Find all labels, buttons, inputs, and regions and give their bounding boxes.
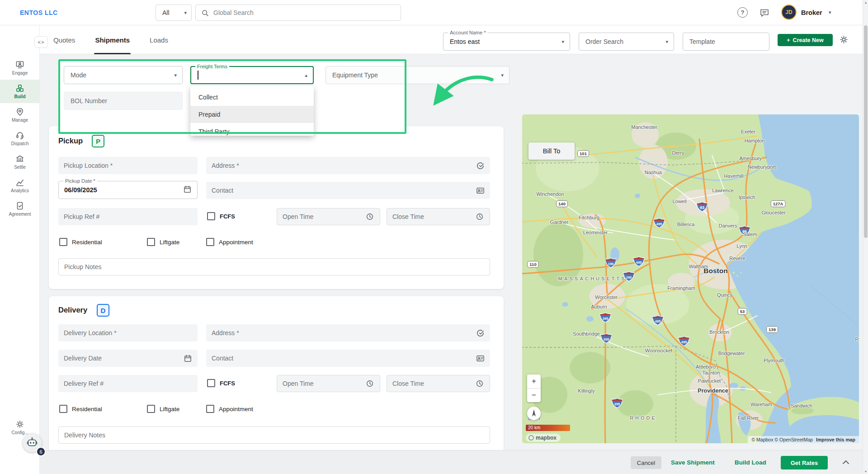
- map-label: Bridgewater: [718, 351, 745, 356]
- zoom-in-button[interactable]: +: [527, 374, 541, 388]
- delivery-close-time-select[interactable]: Close Time: [387, 375, 490, 392]
- tab-loads[interactable]: Loads: [150, 25, 168, 54]
- map-label: Boston: [703, 267, 727, 275]
- sidebar-item-build[interactable]: Build: [0, 80, 40, 103]
- tab-quotes[interactable]: Quotes: [53, 25, 75, 54]
- pickup-residential-label: Residential: [72, 239, 102, 246]
- settings-gear-icon[interactable]: [839, 35, 849, 44]
- order-search-select[interactable]: Order Search ▾: [579, 33, 674, 51]
- bol-number-input[interactable]: BOL Number: [64, 92, 183, 110]
- global-search-input[interactable]: Global Search: [195, 5, 401, 21]
- interstate-shield-icon: 495: [678, 336, 690, 348]
- pickup-ref-input[interactable]: Pickup Ref #: [58, 208, 198, 225]
- create-new-button[interactable]: + Create New: [778, 34, 833, 46]
- route-shield-icon: 53: [738, 307, 747, 315]
- collapse-panel-button[interactable]: <>: [34, 36, 48, 48]
- chevron-up-icon[interactable]: [841, 457, 851, 467]
- equipment-type-select[interactable]: Equipment Type ▾: [326, 66, 509, 84]
- sidebar-item-analytics[interactable]: Analytics: [0, 174, 40, 197]
- scroll-up-icon[interactable]: ▲: [864, 1, 868, 4]
- chat-icon[interactable]: [760, 8, 769, 18]
- app-logo[interactable]: ENTOS LLC: [20, 9, 58, 16]
- role-label[interactable]: Broker: [801, 9, 822, 16]
- sidebar: EngageBuildManageDispatchSettleAnalytics…: [0, 25, 40, 474]
- delivery-date-field[interactable]: Delivery Date: [58, 350, 198, 367]
- delivery-liftgate-checkbox[interactable]: [147, 405, 155, 413]
- pickup-liftgate-checkbox[interactable]: [147, 238, 155, 246]
- pickup-residential-checkbox[interactable]: [59, 238, 67, 246]
- notification-badge: 6: [36, 447, 46, 456]
- sidebar-item-config[interactable]: Config...: [0, 420, 40, 435]
- search-scope-select[interactable]: All ▾: [156, 5, 192, 21]
- delivery-location-input[interactable]: Delivery Location *: [58, 324, 198, 341]
- account-name-select[interactable]: Account Name * Entos east ▾: [443, 33, 570, 51]
- fcfs-checkbox[interactable]: [207, 212, 215, 220]
- pickup-appointment-checkbox[interactable]: [206, 238, 214, 246]
- clock-icon[interactable]: [366, 213, 374, 221]
- sidebar-item-manage[interactable]: Manage: [0, 103, 40, 127]
- delivery-address-input[interactable]: Address *: [206, 324, 490, 341]
- sidebar-item-settle[interactable]: Settle: [0, 150, 40, 174]
- delivery-ref-input[interactable]: Delivery Ref #: [58, 375, 198, 392]
- mapbox-logo[interactable]: mapbox: [526, 434, 561, 442]
- scrollbar-thumb[interactable]: [864, 25, 868, 238]
- bill-to-button[interactable]: Bill To: [528, 142, 575, 160]
- pickup-open-time-select[interactable]: Open Time: [277, 208, 380, 225]
- pickup-date-field[interactable]: Pickup Date * 06/09/2025: [58, 181, 198, 199]
- delivery-notes-input[interactable]: Delivery Notes: [58, 427, 490, 444]
- pickup-date-label: Pickup Date *: [63, 178, 97, 184]
- plus-icon: +: [787, 37, 790, 43]
- contact-card-icon[interactable]: [476, 186, 485, 195]
- pickup-contact-input[interactable]: Contact: [206, 182, 490, 199]
- page-scrollbar[interactable]: ▲ ▼: [863, 0, 868, 474]
- map-label: Lynn: [736, 243, 747, 249]
- map-label: Leominster: [583, 230, 608, 235]
- get-rates-button[interactable]: Get Rates: [781, 456, 828, 469]
- address-verify-icon[interactable]: [476, 161, 485, 170]
- clock-icon[interactable]: [476, 379, 484, 388]
- sidebar-item-dispatch[interactable]: Dispatch: [0, 127, 40, 150]
- fcfs-checkbox[interactable]: [207, 379, 215, 387]
- mode-select[interactable]: Mode ▾: [64, 66, 183, 84]
- calendar-icon[interactable]: [183, 185, 192, 195]
- cancel-button[interactable]: Cancel: [631, 456, 661, 469]
- avatar[interactable]: JD: [781, 5, 797, 20]
- pickup-address-input[interactable]: Address *: [206, 157, 490, 174]
- route-shield-icon: 140: [556, 199, 568, 207]
- contact-card-icon[interactable]: [476, 354, 485, 363]
- delivery-open-time-select[interactable]: Open Time: [277, 375, 380, 392]
- clock-icon[interactable]: [366, 379, 374, 388]
- scroll-down-icon[interactable]: ▼: [864, 470, 868, 473]
- chevron-down-icon: ▾: [665, 39, 668, 44]
- freight-option-prepaid[interactable]: Prepaid: [190, 106, 314, 123]
- compass-button[interactable]: [527, 407, 541, 420]
- map-label: Haverhill: [724, 173, 744, 179]
- improve-map-link[interactable]: Improve this map: [816, 437, 855, 442]
- save-shipment-button[interactable]: Save Shipment: [671, 459, 715, 466]
- delivery-residential-checkbox[interactable]: [59, 405, 67, 413]
- freight-option-third-party[interactable]: Third Party: [190, 123, 314, 136]
- delivery-notes-placeholder: Delivery Notes: [64, 431, 105, 439]
- freight-terms-select[interactable]: Freight Terms ▴: [190, 66, 314, 84]
- freight-option-collect[interactable]: Collect: [190, 89, 314, 106]
- tab-shipments[interactable]: Shipments: [95, 25, 130, 54]
- pickup-notes-input[interactable]: Pickup Notes: [58, 258, 490, 275]
- chevron-down-icon[interactable]: ▾: [829, 10, 831, 15]
- calendar-icon[interactable]: [184, 354, 192, 363]
- address-verify-icon[interactable]: [476, 329, 485, 337]
- clock-icon[interactable]: [476, 213, 484, 221]
- delivery-appointment-checkbox[interactable]: [206, 405, 214, 413]
- template-select[interactable]: Template: [683, 33, 769, 51]
- help-icon[interactable]: ?: [737, 7, 748, 18]
- delivery-contact-input[interactable]: Contact: [206, 350, 490, 367]
- map-panel[interactable]: ManchesterExeterHamptonDerryAmesburyNewb…: [522, 114, 859, 443]
- sidebar-item-label: Agreement: [9, 212, 31, 217]
- pickup-location-input[interactable]: Pickup Location *: [58, 157, 198, 174]
- pickup-close-time-select[interactable]: Close Time: [387, 208, 490, 225]
- mapbox-wordmark: mapbox: [536, 435, 557, 441]
- sidebar-item-engage[interactable]: Engage: [0, 56, 40, 80]
- sidebar-item-agreement[interactable]: Agreement: [0, 197, 40, 221]
- build-load-button[interactable]: Build Load: [735, 459, 766, 466]
- mode-placeholder: Mode: [71, 71, 86, 79]
- zoom-out-button[interactable]: −: [527, 389, 541, 402]
